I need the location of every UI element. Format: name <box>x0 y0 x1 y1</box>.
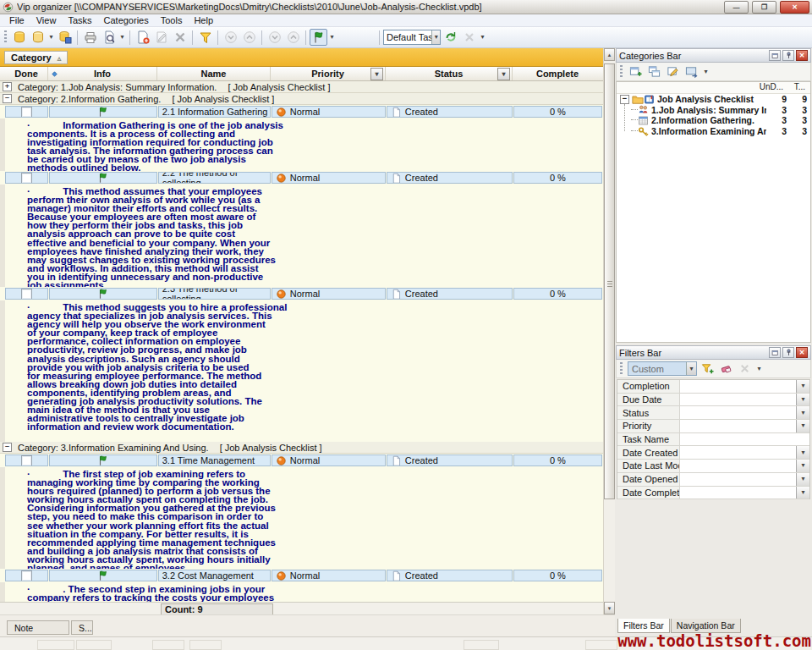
filters-close-icon[interactable]: ✕ <box>796 347 808 358</box>
category-row[interactable]: +Category: 1.Job Analysis: Summary Infor… <box>0 81 603 93</box>
column-header-info[interactable]: Info <box>48 67 157 80</box>
done-checkbox[interactable] <box>21 570 32 581</box>
minimize-button[interactable]: — <box>724 1 749 14</box>
filter-dropdown-icon[interactable] <box>796 487 809 499</box>
filter-value-field[interactable] <box>680 460 796 472</box>
open-database-dropdown[interactable] <box>47 29 55 46</box>
filter-preset-dropdown-icon[interactable] <box>686 362 696 375</box>
task-complete-cell[interactable]: 0 % <box>513 454 602 466</box>
add-filter-button[interactable] <box>700 361 716 377</box>
filter-value-field[interactable] <box>680 406 796 419</box>
menu-tools[interactable]: Tools <box>155 15 189 25</box>
done-checkbox[interactable] <box>21 455 32 466</box>
task-done-cell[interactable] <box>5 454 48 466</box>
filter-dropdown-icon[interactable] <box>796 406 809 419</box>
menu-view[interactable]: View <box>30 15 63 25</box>
task-complete-cell[interactable]: 0 % <box>513 288 602 300</box>
category-row[interactable]: −Category: 2.Information Gathering.[ Job… <box>0 93 603 105</box>
task-done-cell[interactable] <box>5 106 48 118</box>
new-subcategory-button[interactable] <box>646 63 662 80</box>
task-status-cell[interactable]: Created <box>387 288 513 300</box>
scrollbar-thumb[interactable] <box>604 63 615 499</box>
clear-filter-button[interactable] <box>718 361 734 377</box>
filter-dropdown-icon[interactable] <box>796 380 809 393</box>
task-name-cell[interactable]: 2.1 Information Gathering <box>158 106 271 118</box>
column-header-done[interactable]: Done <box>5 67 48 80</box>
priority-filter-dropdown[interactable] <box>370 68 383 80</box>
task-status-cell[interactable]: Created <box>387 172 513 184</box>
collapse-toggle-icon[interactable]: − <box>3 94 12 103</box>
task-name-cell[interactable]: 2.3 The method of collecting <box>158 288 271 300</box>
print-button[interactable] <box>81 29 99 46</box>
expand-all-button[interactable] <box>266 29 283 46</box>
tree-item[interactable]: 2.Information Gathering.33 <box>617 115 810 126</box>
close-button[interactable]: ✕ <box>780 1 809 14</box>
scroll-down-icon[interactable]: ▼ <box>604 602 615 614</box>
new-task-button[interactable] <box>134 29 151 46</box>
done-checkbox[interactable] <box>21 289 32 300</box>
new-category-button[interactable] <box>628 63 644 80</box>
filters-restore-icon[interactable] <box>769 347 781 358</box>
column-header-status[interactable]: Status <box>386 67 513 80</box>
task-name-cell[interactable]: 3.2 Cost Management <box>158 570 271 581</box>
tree-item[interactable]: −Job Analysis Checklist99 <box>617 94 810 105</box>
edit-category-button[interactable] <box>665 63 681 80</box>
note-tab-2[interactable]: S... <box>71 620 93 635</box>
flag-filter-toggle[interactable] <box>310 29 327 46</box>
note-tab-1[interactable]: Note <box>7 620 69 635</box>
menu-file[interactable]: File <box>3 15 30 25</box>
tree-item[interactable]: 3.Information Examining And U33 <box>617 126 810 137</box>
task-status-cell[interactable]: Created <box>387 106 513 118</box>
group-by-category-chip[interactable]: Category <box>4 51 68 64</box>
filter-dropdown-icon[interactable] <box>796 460 809 472</box>
task-row[interactable]: 2.1 Information GatheringNormalCreated0 … <box>0 105 603 118</box>
new-database-button[interactable] <box>10 29 28 46</box>
tree-collapse-icon[interactable]: − <box>620 95 629 104</box>
move-task-down-button[interactable] <box>222 29 239 46</box>
scroll-up-icon[interactable]: ▲ <box>604 48 615 61</box>
filter-value-field[interactable] <box>680 473 796 486</box>
filter-dropdown-icon[interactable] <box>796 473 809 486</box>
filter-value-field[interactable] <box>680 420 796 432</box>
save-database-button[interactable] <box>56 29 74 46</box>
task-priority-cell[interactable]: Normal <box>272 570 386 581</box>
clear-view-button[interactable] <box>460 29 478 46</box>
remove-filter-button[interactable] <box>737 361 753 377</box>
filter-value-field[interactable] <box>680 446 796 459</box>
toolbar-grip[interactable] <box>620 65 623 79</box>
filter-dropdown-icon[interactable] <box>796 420 809 432</box>
categories-pin-icon[interactable] <box>782 50 794 61</box>
categories-restore-icon[interactable] <box>769 50 781 61</box>
task-name-cell[interactable]: 3.1 Time Management <box>158 454 271 466</box>
grid-vertical-scrollbar[interactable]: ▲ ▼ <box>603 48 615 614</box>
edit-task-button[interactable] <box>152 29 170 46</box>
menu-help[interactable]: Help <box>188 15 219 25</box>
category-view-button[interactable] <box>683 63 700 80</box>
flag-filter-dropdown[interactable] <box>328 29 336 46</box>
maximize-button[interactable]: ❐ <box>752 1 776 14</box>
open-database-button[interactable] <box>29 29 47 46</box>
task-done-cell[interactable] <box>5 288 48 300</box>
task-row[interactable]: 2.2 The method of collectingNormalCreate… <box>0 171 603 185</box>
filters-toolbar-dropdown[interactable] <box>755 361 763 377</box>
task-done-cell[interactable] <box>5 172 48 184</box>
total-column-header[interactable]: T... <box>794 82 805 91</box>
task-view-combo[interactable]: Default Task V <box>383 30 441 45</box>
task-view-dropdown-icon[interactable] <box>431 30 440 44</box>
toolbar-grip[interactable] <box>4 30 7 44</box>
filter-value-field[interactable] <box>680 394 796 406</box>
task-complete-cell[interactable]: 0 % <box>513 570 602 581</box>
filter-value-field[interactable] <box>680 487 796 499</box>
task-row[interactable]: 2.3 The method of collectingNormalCreate… <box>0 287 603 300</box>
task-row[interactable]: 3.1 Time ManagementNormalCreated0 % <box>0 454 603 467</box>
menu-tasks[interactable]: Tasks <box>62 15 97 25</box>
status-filter-dropdown[interactable] <box>497 68 510 80</box>
task-complete-cell[interactable]: 0 % <box>513 106 602 118</box>
column-header-priority[interactable]: Priority <box>271 67 386 80</box>
done-checkbox[interactable] <box>21 107 32 118</box>
view-toolbar-dropdown[interactable] <box>479 29 486 46</box>
task-priority-cell[interactable]: Normal <box>272 172 386 184</box>
filter-value-field[interactable] <box>680 380 796 393</box>
filter-dropdown-icon[interactable] <box>796 446 809 459</box>
filter-value-field[interactable] <box>680 433 809 446</box>
